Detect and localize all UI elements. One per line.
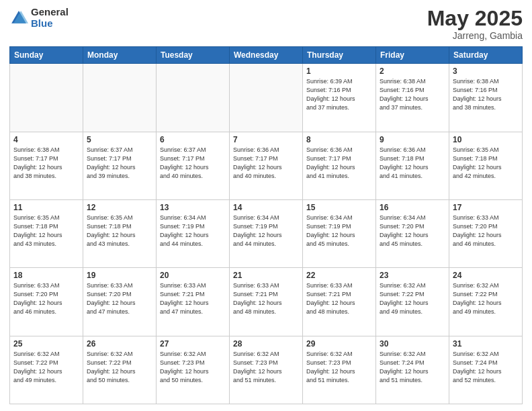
table-row: 26Sunrise: 6:32 AM Sunset: 7:22 PM Dayli… <box>83 336 157 404</box>
day-number: 24 <box>453 271 519 280</box>
col-sunday: Sunday <box>10 47 83 64</box>
day-number: 21 <box>233 271 299 280</box>
day-info: Sunrise: 6:36 AM Sunset: 7:17 PM Dayligh… <box>306 146 372 181</box>
table-row: 22Sunrise: 6:33 AM Sunset: 7:21 PM Dayli… <box>303 268 376 336</box>
day-info: Sunrise: 6:36 AM Sunset: 7:18 PM Dayligh… <box>380 146 445 181</box>
table-row: 15Sunrise: 6:34 AM Sunset: 7:19 PM Dayli… <box>303 199 376 267</box>
col-monday: Monday <box>83 47 157 64</box>
table-row: 19Sunrise: 6:33 AM Sunset: 7:20 PM Dayli… <box>83 268 157 336</box>
day-info: Sunrise: 6:33 AM Sunset: 7:20 PM Dayligh… <box>453 214 519 248</box>
day-number: 3 <box>453 66 519 76</box>
title-block: May 2025 Jarreng, Gambia <box>427 7 523 41</box>
day-info: Sunrise: 6:32 AM Sunset: 7:22 PM Dayligh… <box>87 350 152 385</box>
title-month: May 2025 <box>427 7 523 30</box>
table-row: 5Sunrise: 6:37 AM Sunset: 7:17 PM Daylig… <box>83 132 157 199</box>
day-info: Sunrise: 6:32 AM Sunset: 7:24 PM Dayligh… <box>453 350 519 385</box>
title-location: Jarreng, Gambia <box>427 30 523 41</box>
day-info: Sunrise: 6:38 AM Sunset: 7:16 PM Dayligh… <box>453 77 519 112</box>
day-number: 29 <box>306 339 372 349</box>
day-number: 23 <box>380 271 445 280</box>
table-row: 18Sunrise: 6:33 AM Sunset: 7:20 PM Dayli… <box>10 268 83 336</box>
day-number: 4 <box>13 135 79 144</box>
day-info: Sunrise: 6:35 AM Sunset: 7:18 PM Dayligh… <box>453 146 519 181</box>
day-number: 16 <box>380 203 445 212</box>
day-info: Sunrise: 6:33 AM Sunset: 7:21 PM Dayligh… <box>160 281 226 316</box>
week-row-3: 11Sunrise: 6:35 AM Sunset: 7:18 PM Dayli… <box>10 199 523 267</box>
table-row: 10Sunrise: 6:35 AM Sunset: 7:18 PM Dayli… <box>449 132 523 199</box>
table-row: 23Sunrise: 6:32 AM Sunset: 7:22 PM Dayli… <box>376 268 449 336</box>
day-number: 26 <box>87 339 152 349</box>
week-row-4: 18Sunrise: 6:33 AM Sunset: 7:20 PM Dayli… <box>10 268 523 336</box>
table-row: 30Sunrise: 6:32 AM Sunset: 7:24 PM Dayli… <box>376 336 449 404</box>
table-row: 27Sunrise: 6:32 AM Sunset: 7:23 PM Dayli… <box>157 336 230 404</box>
week-row-2: 4Sunrise: 6:38 AM Sunset: 7:17 PM Daylig… <box>10 132 523 199</box>
day-number: 14 <box>233 203 299 212</box>
day-number: 27 <box>160 339 226 349</box>
day-info: Sunrise: 6:35 AM Sunset: 7:18 PM Dayligh… <box>13 214 79 248</box>
day-number: 8 <box>306 135 372 144</box>
col-friday: Friday <box>376 47 449 64</box>
day-info: Sunrise: 6:36 AM Sunset: 7:17 PM Dayligh… <box>233 146 299 181</box>
day-number: 22 <box>306 271 372 280</box>
header: General Blue May 2025 Jarreng, Gambia <box>9 7 523 41</box>
col-tuesday: Tuesday <box>157 47 230 64</box>
logo-blue: Blue <box>31 18 69 30</box>
day-info: Sunrise: 6:32 AM Sunset: 7:24 PM Dayligh… <box>380 350 445 385</box>
day-number: 1 <box>306 66 372 76</box>
day-info: Sunrise: 6:34 AM Sunset: 7:19 PM Dayligh… <box>233 214 299 248</box>
day-number: 17 <box>453 203 519 212</box>
day-number: 5 <box>87 135 152 144</box>
table-row: 16Sunrise: 6:34 AM Sunset: 7:20 PM Dayli… <box>376 199 449 267</box>
day-info: Sunrise: 6:35 AM Sunset: 7:18 PM Dayligh… <box>87 214 152 248</box>
day-number: 30 <box>380 339 445 349</box>
table-row <box>83 64 157 132</box>
day-number: 19 <box>87 271 152 280</box>
day-info: Sunrise: 6:38 AM Sunset: 7:16 PM Dayligh… <box>380 77 445 112</box>
day-info: Sunrise: 6:32 AM Sunset: 7:22 PM Dayligh… <box>453 281 519 316</box>
table-row: 12Sunrise: 6:35 AM Sunset: 7:18 PM Dayli… <box>83 199 157 267</box>
day-info: Sunrise: 6:37 AM Sunset: 7:17 PM Dayligh… <box>87 146 152 181</box>
day-number: 25 <box>13 339 79 349</box>
day-number: 10 <box>453 135 519 144</box>
week-row-1: 1Sunrise: 6:39 AM Sunset: 7:16 PM Daylig… <box>10 64 523 132</box>
table-row <box>10 64 83 132</box>
day-number: 2 <box>380 66 445 76</box>
day-info: Sunrise: 6:32 AM Sunset: 7:23 PM Dayligh… <box>306 350 372 385</box>
day-number: 11 <box>13 203 79 212</box>
day-info: Sunrise: 6:32 AM Sunset: 7:22 PM Dayligh… <box>380 281 445 316</box>
col-saturday: Saturday <box>449 47 523 64</box>
day-info: Sunrise: 6:34 AM Sunset: 7:19 PM Dayligh… <box>306 214 372 248</box>
day-info: Sunrise: 6:32 AM Sunset: 7:23 PM Dayligh… <box>160 350 226 385</box>
page: General Blue May 2025 Jarreng, Gambia Su… <box>0 0 532 411</box>
table-row: 6Sunrise: 6:37 AM Sunset: 7:17 PM Daylig… <box>157 132 230 199</box>
day-info: Sunrise: 6:33 AM Sunset: 7:20 PM Dayligh… <box>13 281 79 316</box>
day-number: 18 <box>13 271 79 280</box>
day-number: 6 <box>160 135 226 144</box>
day-number: 31 <box>453 339 519 349</box>
table-row: 20Sunrise: 6:33 AM Sunset: 7:21 PM Dayli… <box>157 268 230 336</box>
day-info: Sunrise: 6:32 AM Sunset: 7:23 PM Dayligh… <box>233 350 299 385</box>
day-number: 15 <box>306 203 372 212</box>
table-row: 3Sunrise: 6:38 AM Sunset: 7:16 PM Daylig… <box>449 64 523 132</box>
table-row: 2Sunrise: 6:38 AM Sunset: 7:16 PM Daylig… <box>376 64 449 132</box>
day-info: Sunrise: 6:32 AM Sunset: 7:22 PM Dayligh… <box>13 350 79 385</box>
day-info: Sunrise: 6:33 AM Sunset: 7:21 PM Dayligh… <box>306 281 372 316</box>
table-row: 21Sunrise: 6:33 AM Sunset: 7:21 PM Dayli… <box>230 268 303 336</box>
table-row: 4Sunrise: 6:38 AM Sunset: 7:17 PM Daylig… <box>10 132 83 199</box>
day-number: 20 <box>160 271 226 280</box>
table-row: 9Sunrise: 6:36 AM Sunset: 7:18 PM Daylig… <box>376 132 449 199</box>
day-info: Sunrise: 6:34 AM Sunset: 7:19 PM Dayligh… <box>160 214 226 248</box>
day-number: 7 <box>233 135 299 144</box>
table-row: 1Sunrise: 6:39 AM Sunset: 7:16 PM Daylig… <box>303 64 376 132</box>
day-info: Sunrise: 6:37 AM Sunset: 7:17 PM Dayligh… <box>160 146 226 181</box>
col-thursday: Thursday <box>303 47 376 64</box>
table-row: 7Sunrise: 6:36 AM Sunset: 7:17 PM Daylig… <box>230 132 303 199</box>
week-row-5: 25Sunrise: 6:32 AM Sunset: 7:22 PM Dayli… <box>10 336 523 404</box>
table-row: 28Sunrise: 6:32 AM Sunset: 7:23 PM Dayli… <box>230 336 303 404</box>
logo: General Blue <box>9 7 69 29</box>
table-row <box>157 64 230 132</box>
table-row: 13Sunrise: 6:34 AM Sunset: 7:19 PM Dayli… <box>157 199 230 267</box>
table-row: 29Sunrise: 6:32 AM Sunset: 7:23 PM Dayli… <box>303 336 376 404</box>
table-row: 17Sunrise: 6:33 AM Sunset: 7:20 PM Dayli… <box>449 199 523 267</box>
day-info: Sunrise: 6:38 AM Sunset: 7:17 PM Dayligh… <box>13 146 79 181</box>
